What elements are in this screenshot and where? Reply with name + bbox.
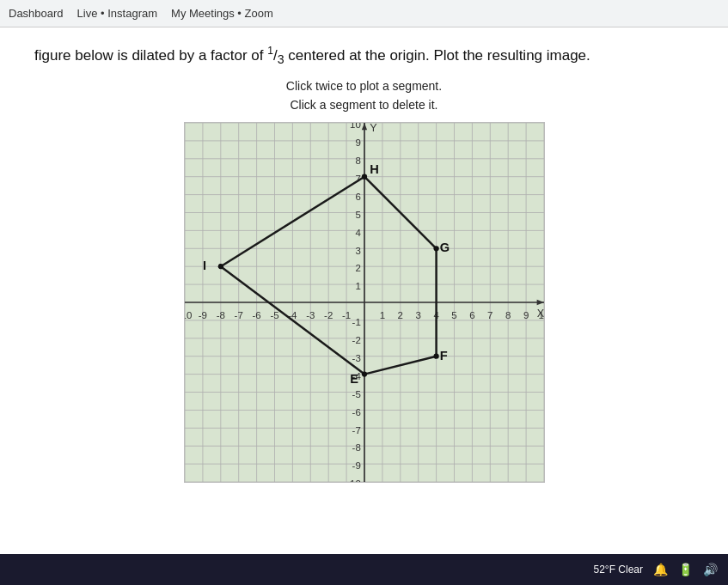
label-G: G <box>439 241 449 254</box>
point-H <box>361 174 366 179</box>
svg-text:5: 5 <box>451 310 456 320</box>
top-bar: Dashboard Live • Instagram My Meetings •… <box>0 0 728 27</box>
fraction-numerator: 1 <box>267 45 273 57</box>
svg-text:1: 1 <box>355 281 360 291</box>
svg-text:-5: -5 <box>270 310 278 320</box>
svg-text:-2: -2 <box>352 335 360 345</box>
dashboard-link[interactable]: Dashboard <box>9 7 64 20</box>
problem-prefix: figure below is dilated by a factor of <box>34 47 263 64</box>
svg-text:-1: -1 <box>341 310 350 320</box>
weather-display: 52°F Clear <box>594 564 644 576</box>
meetings-link[interactable]: My Meetings • Zoom <box>171 7 273 20</box>
svg-text:-9: -9 <box>198 310 206 320</box>
svg-text:-8: -8 <box>216 310 224 320</box>
instruction-line2: Click a segment to delete it. <box>34 95 694 114</box>
svg-text:-10: -10 <box>184 310 192 320</box>
graph-container[interactable]: X Y -10 -9 -8 -7 -6 -5 -4 -3 -2 -1 1 2 3… <box>34 122 694 483</box>
svg-text:6: 6 <box>469 310 474 320</box>
svg-text:-2: -2 <box>324 310 333 320</box>
svg-text:10: 10 <box>350 122 361 130</box>
axis-labels: X Y <box>370 122 544 319</box>
svg-text:2: 2 <box>397 310 402 320</box>
taskbar: 52°F Clear 🔔 🔋 🔊 <box>0 554 728 585</box>
svg-text:4: 4 <box>355 227 361 237</box>
instruction-line1: Click twice to plot a segment. <box>34 76 694 95</box>
volume-icon[interactable]: 🔊 <box>703 563 718 576</box>
svg-text:-1: -1 <box>352 317 360 327</box>
svg-text:9: 9 <box>355 137 360 148</box>
svg-text:-8: -8 <box>352 442 360 453</box>
instructions-block: Click twice to plot a segment. Click a s… <box>34 76 694 115</box>
notification-icon[interactable]: 🔔 <box>653 563 668 576</box>
point-G <box>433 246 438 251</box>
svg-text:-10: -10 <box>346 478 361 483</box>
label-I: I <box>202 259 205 272</box>
y-axis-arrow <box>361 123 366 130</box>
point-labels: H G F E I <box>202 161 449 386</box>
battery-icon: 🔋 <box>678 563 693 576</box>
svg-text:2: 2 <box>355 263 360 273</box>
svg-text:5: 5 <box>355 210 360 220</box>
problem-suffix: centered at the origin. Plot the resulti… <box>288 47 590 64</box>
svg-text:-6: -6 <box>252 310 260 320</box>
svg-text:10: 10 <box>538 310 544 320</box>
problem-statement: figure below is dilated by a factor of 1… <box>34 45 694 66</box>
label-F: F <box>439 349 447 363</box>
point-E <box>361 371 366 376</box>
point-F <box>433 353 438 358</box>
svg-text:6: 6 <box>355 192 360 202</box>
svg-text:7: 7 <box>487 310 492 320</box>
point-I <box>217 264 223 269</box>
svg-text:8: 8 <box>505 310 511 320</box>
svg-text:-5: -5 <box>352 389 360 399</box>
svg-text:8: 8 <box>355 155 360 166</box>
svg-text:9: 9 <box>523 310 528 320</box>
main-content: figure below is dilated by a factor of 1… <box>0 27 728 554</box>
svg-text:-7: -7 <box>352 424 360 435</box>
fraction-denominator: 3 <box>278 52 284 66</box>
svg-text:3: 3 <box>415 310 420 320</box>
svg-text:3: 3 <box>355 245 360 255</box>
y-label: Y <box>370 122 377 134</box>
svg-text:-3: -3 <box>352 353 360 363</box>
x-axis-arrow <box>536 300 543 305</box>
instagram-link[interactable]: Live • Instagram <box>77 7 157 20</box>
svg-text:-7: -7 <box>234 310 242 320</box>
svg-text:1: 1 <box>379 310 384 320</box>
label-H: H <box>370 161 379 175</box>
svg-text:-9: -9 <box>352 460 360 471</box>
label-E: E <box>350 372 358 386</box>
svg-text:-6: -6 <box>352 406 360 417</box>
svg-text:-3: -3 <box>306 310 315 320</box>
coordinate-plane[interactable]: X Y -10 -9 -8 -7 -6 -5 -4 -3 -2 -1 1 2 3… <box>184 122 545 483</box>
